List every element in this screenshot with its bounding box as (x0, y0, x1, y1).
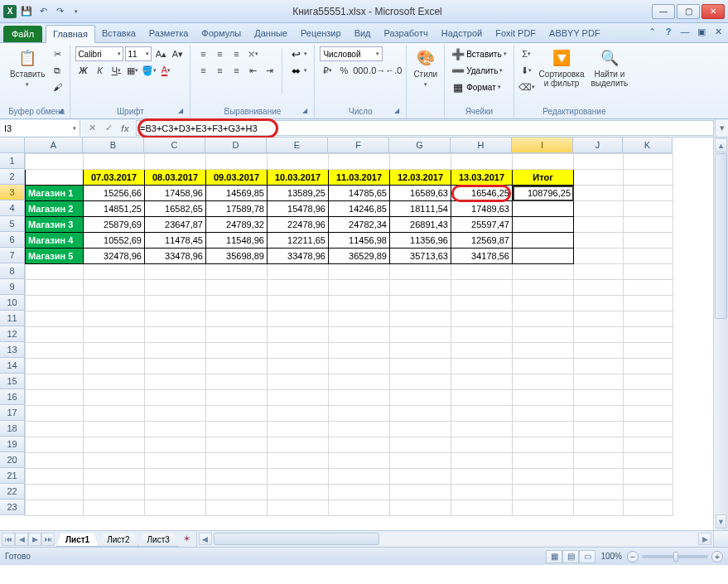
cell[interactable] (26, 264, 84, 280)
cell[interactable] (329, 154, 390, 170)
cell[interactable] (624, 422, 673, 437)
cell[interactable] (451, 264, 513, 280)
cell[interactable] (574, 154, 624, 170)
cell[interactable]: 09.03.2017 (206, 170, 268, 186)
cell[interactable] (574, 280, 624, 296)
cell[interactable] (84, 390, 145, 406)
cell[interactable] (574, 186, 624, 201)
cell[interactable] (513, 280, 574, 296)
cell[interactable] (624, 233, 673, 249)
cell[interactable] (574, 390, 624, 406)
cell[interactable]: 32478,96 (84, 249, 145, 264)
col-header-J[interactable]: J (573, 138, 623, 153)
cell[interactable]: 11456,98 (329, 233, 390, 249)
cell[interactable] (268, 437, 329, 453)
cell[interactable] (513, 233, 574, 249)
cell[interactable] (206, 406, 268, 422)
cell[interactable]: 25597,47 (451, 217, 513, 233)
cell[interactable] (26, 374, 84, 390)
cell[interactable] (26, 453, 84, 469)
col-header-C[interactable]: C (144, 138, 205, 153)
cell[interactable] (84, 374, 145, 390)
cell[interactable] (329, 500, 390, 516)
cell[interactable] (26, 327, 84, 343)
cell[interactable] (451, 406, 513, 422)
row-header-9[interactable]: 9 (0, 279, 25, 295)
cell[interactable] (574, 359, 624, 374)
redo-icon[interactable]: ↷ (53, 5, 66, 18)
cell[interactable]: 22478,96 (268, 217, 329, 233)
cell[interactable] (329, 264, 390, 280)
cell[interactable]: 16546,25 (451, 186, 513, 201)
font-color-icon[interactable]: A▾ (158, 63, 173, 78)
tab-вставка[interactable]: Вставка (95, 25, 142, 42)
dialog-launcher-icon[interactable]: ◢ (176, 107, 185, 115)
cell[interactable] (84, 296, 145, 311)
cell[interactable] (574, 406, 624, 422)
dialog-launcher-icon[interactable]: ◢ (301, 107, 309, 115)
cell[interactable]: Магазин 5 (26, 249, 84, 264)
cell[interactable] (513, 264, 574, 280)
align-middle-icon[interactable]: ≡ (212, 46, 227, 61)
cell[interactable]: Магазин 2 (26, 201, 84, 217)
cell[interactable] (624, 154, 673, 170)
cell[interactable] (624, 170, 673, 186)
cell[interactable] (390, 327, 451, 343)
cell[interactable] (26, 485, 84, 500)
first-sheet-icon[interactable]: ⏮ (2, 533, 15, 546)
cell[interactable] (624, 311, 673, 327)
cell[interactable] (624, 343, 673, 359)
cell[interactable]: Магазин 3 (26, 217, 84, 233)
row-header-8[interactable]: 8 (0, 263, 25, 279)
cell[interactable] (513, 390, 574, 406)
cell[interactable] (145, 359, 206, 374)
normal-view-icon[interactable]: ▦ (546, 550, 562, 563)
cell[interactable] (145, 311, 206, 327)
cell[interactable] (145, 500, 206, 516)
row-header-5[interactable]: 5 (0, 216, 25, 232)
cell[interactable] (206, 469, 268, 485)
cell[interactable] (451, 280, 513, 296)
select-all-corner[interactable] (0, 138, 25, 153)
cell[interactable] (451, 327, 513, 343)
zoom-slider[interactable] (642, 555, 708, 558)
cell[interactable] (145, 422, 206, 437)
qat-customize-icon[interactable]: ▾ (70, 5, 83, 18)
cell[interactable] (390, 437, 451, 453)
cell[interactable] (624, 264, 673, 280)
cell[interactable] (206, 296, 268, 311)
cell[interactable]: 15256,66 (84, 186, 145, 201)
cell[interactable] (329, 327, 390, 343)
cell[interactable] (145, 406, 206, 422)
cell[interactable] (624, 485, 673, 500)
name-box-dropdown-icon[interactable]: ▾ (73, 125, 76, 132)
cell[interactable]: 17458,96 (145, 186, 206, 201)
cell[interactable] (84, 500, 145, 516)
fill-icon[interactable]: ⬇▾ (519, 63, 534, 78)
cell[interactable] (624, 406, 673, 422)
cell[interactable] (451, 390, 513, 406)
prev-sheet-icon[interactable]: ◀ (15, 533, 28, 546)
cell[interactable] (390, 280, 451, 296)
cell[interactable]: 34178,56 (451, 249, 513, 264)
cell[interactable] (206, 374, 268, 390)
cell[interactable] (513, 154, 574, 170)
cell[interactable] (84, 264, 145, 280)
row-header-19[interactable]: 19 (0, 437, 25, 452)
cell[interactable] (574, 343, 624, 359)
grow-font-icon[interactable]: A▴ (153, 46, 168, 61)
cell[interactable] (513, 469, 574, 485)
undo-icon[interactable]: ↶ (36, 5, 50, 18)
cell[interactable] (574, 453, 624, 469)
cell[interactable] (513, 453, 574, 469)
cells-area[interactable]: 07.03.201708.03.201709.03.201710.03.2017… (25, 153, 713, 530)
cell[interactable] (84, 469, 145, 485)
save-icon[interactable]: 💾 (20, 5, 33, 18)
zoom-out-icon[interactable]: − (627, 551, 639, 562)
workbook-restore-icon[interactable]: ▣ (695, 25, 708, 38)
cell[interactable] (84, 406, 145, 422)
cell[interactable] (206, 343, 268, 359)
decrease-indent-icon[interactable]: ⇤ (245, 63, 260, 78)
cell[interactable] (390, 453, 451, 469)
cell[interactable] (390, 390, 451, 406)
